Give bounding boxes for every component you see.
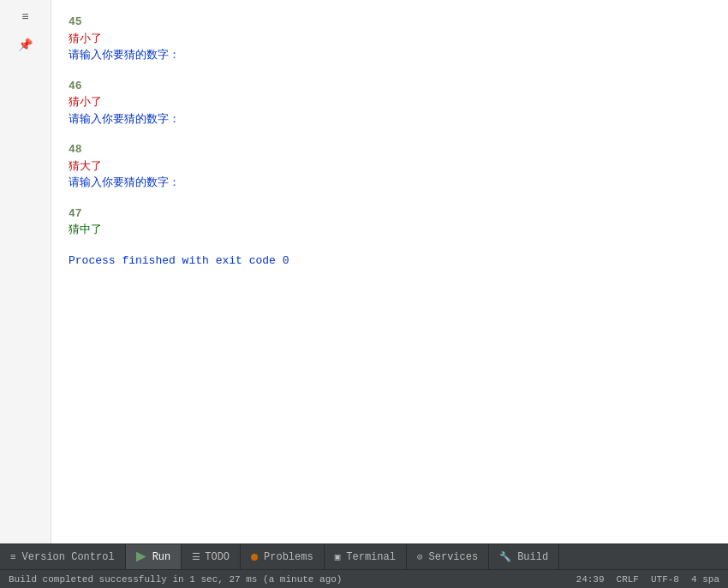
encoding: UTF-8 <box>651 574 679 585</box>
output-block-1: 45 猜小了 请输入你要猜的数字： <box>69 14 711 64</box>
pin-icon[interactable]: 📌 <box>17 36 34 53</box>
cursor-position: 24:39 <box>576 574 605 585</box>
tab-todo[interactable]: ☰ TODO <box>182 544 241 569</box>
input-prompt-3: 请输入你要猜的数字： <box>69 175 711 192</box>
input-prompt-1: 请输入你要猜的数字： <box>69 47 711 64</box>
tab-terminal-label: Terminal <box>346 551 396 563</box>
line-number-4: 47 <box>69 205 711 223</box>
hamburger-icon[interactable]: ≡ <box>17 9 34 26</box>
line-number-3: 48 <box>69 141 711 158</box>
build-status-message: Build completed successfully in 1 sec, 2… <box>9 574 342 585</box>
tab-todo-label: TODO <box>205 551 230 563</box>
todo-icon: ☰ <box>192 551 200 562</box>
tab-build-label: Build <box>517 551 548 563</box>
tab-version-control-label: Version Control <box>22 551 115 563</box>
build-icon: 🔧 <box>499 551 511 562</box>
run-icon <box>136 552 146 562</box>
terminal-icon: ▣ <box>335 551 341 562</box>
guess-result-2: 猜小了 <box>69 94 711 111</box>
status-left: Build completed successfully in 1 sec, 2… <box>9 574 342 585</box>
console-area: 45 猜小了 请输入你要猜的数字： 46 猜小了 请输入你要猜的数字： 48 猜… <box>51 0 728 543</box>
version-control-icon: ≡ <box>10 552 16 562</box>
output-block-3: 48 猜大了 请输入你要猜的数字： <box>69 141 711 192</box>
input-prompt-2: 请输入你要猜的数字： <box>69 111 711 128</box>
main-content: ≡ 📌 45 猜小了 请输入你要猜的数字： 46 猜小了 请输入你要猜的数字： … <box>0 0 728 543</box>
left-gutter: ≡ 📌 <box>0 0 51 543</box>
tab-build[interactable]: 🔧 Build <box>489 544 559 569</box>
services-icon: ⊙ <box>417 551 423 562</box>
output-block-4: 47 猜中了 <box>69 205 711 239</box>
line-ending: CRLF <box>617 574 639 585</box>
bottom-toolbar: ≡ Version Control Run ☰ TODO Problems ▣ … <box>0 543 728 569</box>
guess-result-1: 猜小了 <box>69 31 711 48</box>
tab-services[interactable]: ⊙ Services <box>407 544 489 569</box>
tab-problems[interactable]: Problems <box>241 544 325 569</box>
status-bar: Build completed successfully in 1 sec, 2… <box>0 569 728 588</box>
line-number-1: 45 <box>69 14 711 31</box>
line-number-2: 46 <box>69 78 711 95</box>
tab-run-label: Run <box>152 551 171 563</box>
guess-result-3: 猜大了 <box>69 158 711 175</box>
indent-style: 4 spa <box>691 574 719 585</box>
tab-problems-label: Problems <box>264 551 313 563</box>
status-right: 24:39 CRLF UTF-8 4 spa <box>576 574 719 585</box>
guess-result-4: 猜中了 <box>69 222 711 239</box>
tab-run[interactable]: Run <box>126 544 182 569</box>
tab-terminal[interactable]: ▣ Terminal <box>325 544 407 569</box>
problems-icon <box>251 554 258 561</box>
process-finished-line: Process finished with exit code 0 <box>69 252 711 270</box>
tab-services-label: Services <box>429 551 479 563</box>
tab-version-control[interactable]: ≡ Version Control <box>0 544 126 569</box>
output-block-2: 46 猜小了 请输入你要猜的数字： <box>69 78 711 128</box>
